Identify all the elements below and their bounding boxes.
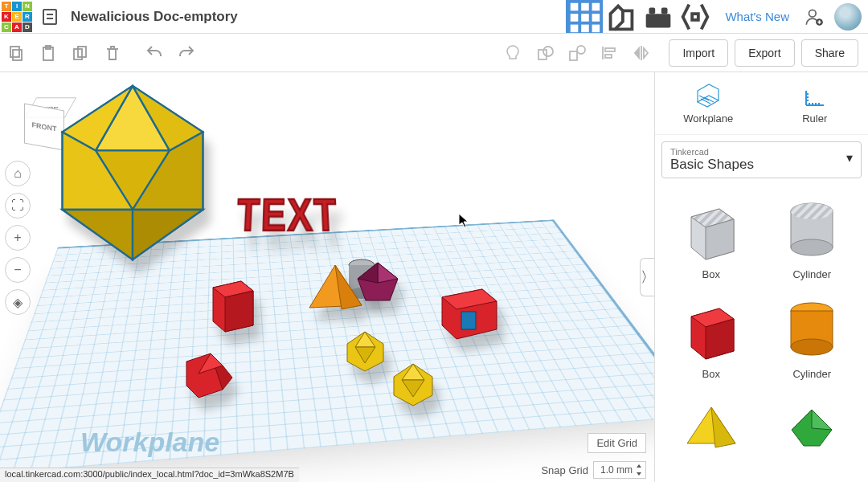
lego-view-button[interactable] [640,0,677,33]
svg-rect-7 [582,24,590,32]
chevron-down-icon: ▾ [846,150,853,165]
workplane-label: Workplane [80,427,219,458]
svg-rect-2 [592,2,600,10]
shape-text-3d[interactable]: TEXT [235,189,340,242]
edit-grid-button[interactable]: Edit Grid [588,433,646,453]
svg-marker-77 [812,410,832,430]
svg-point-13 [809,10,817,17]
palette-box-red[interactable]: Box [663,292,760,387]
logo-cell: R [23,12,32,22]
svg-marker-48 [378,263,398,283]
shape-red-box[interactable] [205,273,261,337]
ungroup-button[interactable] [561,37,593,69]
document-title[interactable]: Newalicious Doc-emptory [66,9,566,25]
import-button[interactable]: Import [669,39,728,67]
logo-cell: D [23,22,32,32]
palette-label: Box [663,368,760,380]
workplane-tool[interactable]: Workplane [655,72,762,134]
svg-rect-52 [461,312,476,329]
palette-label: Cylinder [764,368,861,380]
palette-cylinder-hole[interactable]: Cylinder [764,193,861,288]
palette-cylinder-orange[interactable]: Cylinder [764,292,861,387]
minecraft-view-button[interactable] [603,0,640,33]
zoom-in-button[interactable]: + [5,225,31,251]
workplane-icon [655,80,762,112]
svg-rect-10 [649,7,656,14]
svg-rect-8 [592,24,600,32]
svg-marker-49 [358,263,378,283]
snap-grid-label: Snap Grid [541,464,588,476]
snap-grid-control: Snap Grid 1.0 mm [541,461,646,479]
invite-user-button[interactable] [800,3,828,31]
whats-new-link[interactable]: What's New [714,10,800,23]
design-view-button[interactable] [566,0,603,33]
svg-point-22 [543,47,553,56]
shapes-sidebar: Workplane Ruler ▾ Tinkercad Basic Shapes… [654,72,868,482]
shape-icosahedron-large[interactable] [40,80,225,268]
palette-pyramid-yellow[interactable] [663,391,760,474]
shape-purple-polyhedron[interactable] [354,259,402,310]
align-button[interactable] [593,37,625,69]
svg-rect-3 [571,14,579,22]
user-avatar[interactable] [834,3,862,31]
svg-rect-26 [605,55,612,58]
svg-point-66 [791,239,833,255]
paste-button[interactable] [32,37,64,69]
undo-button[interactable] [138,37,170,69]
svg-rect-0 [571,2,579,10]
palette-poly-green[interactable] [764,391,861,474]
duplicate-button[interactable] [64,37,96,69]
mirror-button[interactable] [625,37,657,69]
ruler-icon [762,80,869,112]
svg-point-67 [791,203,833,219]
ruler-tool-label: Ruler [762,112,869,125]
share-button[interactable]: Share [801,39,858,67]
shape-red-block[interactable] [434,281,502,345]
selector-title: Basic Shapes [670,157,853,173]
svg-rect-15 [13,50,22,60]
group-button[interactable] [529,37,561,69]
shape-red-icosahedron-small[interactable] [174,341,239,409]
palette-label: Cylinder [764,268,861,280]
shapes-palette: Box Cylinder Box Cylinder [655,185,868,482]
ortho-view-button[interactable]: ◈ [5,289,31,315]
codeblocks-button[interactable] [677,0,714,33]
svg-rect-5 [592,14,600,22]
shape-yellow-icosahedron-1[interactable] [343,329,387,377]
svg-rect-16 [10,47,19,57]
ruler-tool[interactable]: Ruler [762,72,869,134]
sidebar-collapse-handle[interactable]: 〉 [640,258,654,296]
logo-cell: C [2,22,11,32]
svg-rect-9 [646,14,671,27]
svg-marker-35 [133,210,203,259]
view-nav-buttons: ⌂ ⛶ + − ◈ [5,161,31,315]
home-view-button[interactable]: ⌂ [5,161,31,186]
svg-rect-12 [693,14,699,20]
svg-rect-1 [582,2,590,10]
workplane-tool-label: Workplane [655,112,762,125]
copy-button[interactable] [0,37,32,69]
shape-yellow-icosahedron-2[interactable] [390,362,436,411]
logo-cell: A [12,22,22,32]
toolbar: Import Export Share [0,34,868,72]
export-button[interactable]: Export [735,39,794,67]
svg-rect-6 [571,24,579,32]
svg-point-73 [791,339,833,355]
delete-button[interactable] [96,37,129,69]
logo-cell: I [12,2,22,11]
svg-marker-34 [63,210,133,259]
shape-category-select[interactable]: ▾ Tinkercad Basic Shapes [661,141,862,178]
selector-subtitle: Tinkercad [670,147,853,157]
fit-view-button[interactable]: ⛶ [5,193,31,219]
design-list-icon[interactable] [34,9,66,25]
canvas-3d-viewport[interactable]: Workplane TOP FRONT ⌂ ⛶ + − ◈ [0,72,654,482]
snap-grid-select[interactable]: 1.0 mm [593,461,646,479]
zoom-out-button[interactable]: − [5,257,31,283]
app-header: T I N K E R C A D Newalicious Doc-emptor… [0,0,868,34]
visibility-button[interactable] [497,37,529,69]
palette-box-hole[interactable]: Box [663,193,760,288]
app-logo[interactable]: T I N K E R C A D [0,0,34,34]
logo-cell: K [2,12,11,22]
logo-cell: E [12,12,22,22]
redo-button[interactable] [170,37,203,69]
